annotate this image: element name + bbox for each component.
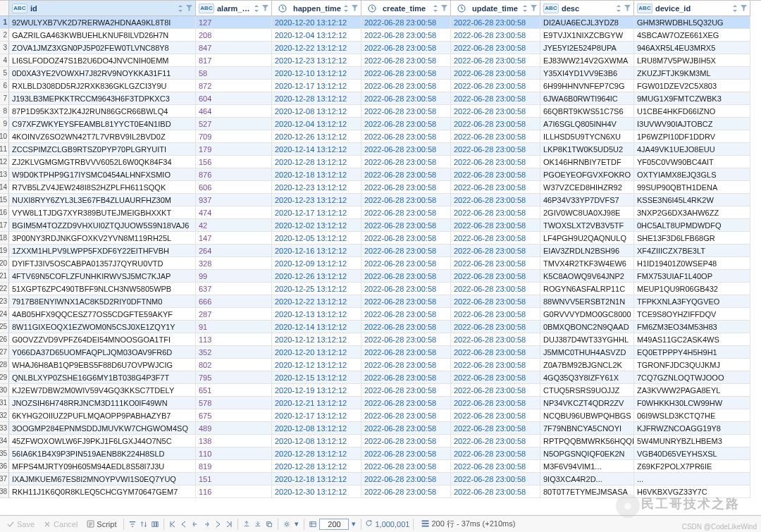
cell-happen_time[interactable]: 2020-12-19 13:12:12: [272, 384, 361, 397]
cell-update_time[interactable]: 2022-06-28 23:00:58: [451, 447, 540, 460]
cell-create_time[interactable]: 2022-06-28 23:00:58: [361, 80, 451, 92]
table-row[interactable]: 192WULYXB7VK2D7RERWA2HDNAA9KL8T8I1272020…: [0, 16, 761, 29]
cell-device_id[interactable]: 7CQ7GZNLOQTWJOOO: [634, 371, 750, 384]
cell-desc[interactable]: 80T0T7ETYMEJMSASA: [540, 485, 634, 498]
cell-happen_time[interactable]: 2020-12-22 13:12:12: [272, 295, 361, 308]
table-row[interactable]: 258W11GIXEOQX1EZWOM0N5CSJ0XE1ZQY1Y912020…: [0, 321, 761, 333]
cell-happen_time[interactable]: 2020-12-13 13:12:12: [272, 308, 361, 321]
column-header-device_id[interactable]: ABCdevice_id: [634, 1, 750, 16]
cell-desc[interactable]: OK146HRNBIY7ETDF: [540, 156, 634, 168]
cell-alarm_type[interactable]: 42: [196, 219, 272, 232]
cell-alarm_type[interactable]: 817: [196, 54, 272, 67]
cell-happen_time[interactable]: 2020-12-26 13:12:12: [272, 130, 361, 143]
cell-happen_time[interactable]: 2020-12-16 13:12:12: [272, 245, 361, 257]
cell-create_time[interactable]: 2022-06-28 23:00:58: [361, 359, 451, 371]
row-number[interactable]: 13: [0, 168, 9, 181]
cell-desc[interactable]: N5OPGSNQIQF0EK2N: [540, 447, 634, 460]
cell-id[interactable]: 51XGPT6ZPC490TBFF9NLCH3NW5805WPB: [9, 283, 196, 295]
row-number[interactable]: 5: [0, 67, 9, 80]
cell-id[interactable]: ZCCSPIMZCLGB9RTSZ0PYP70PLGRYUITI: [9, 143, 196, 156]
cell-id[interactable]: 87P1D95K3XT2JK4J2RUN86GCR66BWLQ4: [9, 105, 196, 118]
cell-happen_time[interactable]: 2020-12-15 13:12:12: [272, 371, 361, 384]
cell-happen_time[interactable]: 2020-12-17 13:12:12: [272, 409, 361, 422]
cell-desc[interactable]: EIAV3ZRDLN2BSH96: [540, 245, 634, 257]
cell-update_time[interactable]: 2022-06-28 23:00:58: [451, 422, 540, 435]
filter-icon[interactable]: [739, 5, 748, 11]
row-number[interactable]: 23: [0, 295, 9, 308]
cell-create_time[interactable]: 2022-06-28 23:00:58: [361, 54, 451, 67]
cell-happen_time[interactable]: 2020-12-26 13:12:12: [272, 270, 361, 283]
cell-desc[interactable]: LF4PGH9U2QAQNULQ: [540, 232, 634, 245]
row-number[interactable]: 14: [0, 181, 9, 194]
table-row[interactable]: 36MFPS4MJRTY09H605M94AEDL8S58I7J3U819202…: [0, 460, 761, 473]
cell-update_time[interactable]: 2022-06-28 23:00:58: [451, 42, 540, 54]
column-header-happen_time[interactable]: happen_time: [272, 1, 361, 16]
column-header-alarm_type[interactable]: ABCalarm_type: [196, 1, 272, 16]
cell-id[interactable]: GAZRILGA463KWBUEHLKNUF8ILVD26H7N: [9, 29, 196, 42]
cell-happen_time[interactable]: 2020-12-21 13:12:12: [272, 397, 361, 409]
cell-desc[interactable]: Y35XI4YD1VV9E3B6: [540, 67, 634, 80]
cell-alarm_type[interactable]: 147: [196, 232, 272, 245]
table-row[interactable]: 183P00NY3RDJNKGFOXKV2YVN8M119RH25L147202…: [0, 232, 761, 245]
cell-happen_time[interactable]: 2020-12-09 13:12:12: [272, 257, 361, 270]
cell-desc[interactable]: TWOXSLXT2VB3V5TF: [540, 219, 634, 232]
cell-create_time[interactable]: 2022-06-28 23:00:58: [361, 346, 451, 359]
cell-id[interactable]: NUXI8RYY6ZYL3L3E67FB4ZLUAURFHZ30M: [9, 194, 196, 206]
table-row[interactable]: 6RXLBLD308DD5RJ2RXK836GKLGZCI3Y9U8722020…: [0, 80, 761, 92]
cell-device_id[interactable]: VGB40D65VEYHSXSL: [634, 447, 750, 460]
cell-device_id[interactable]: 9MUG1X9FMTCZWBK3: [634, 92, 750, 105]
cell-update_time[interactable]: 2022-06-28 23:00:58: [451, 485, 540, 498]
filter-icon[interactable]: [623, 5, 631, 11]
cell-device_id[interactable]: 0HC5ALT8UPMDWDFQ: [634, 219, 750, 232]
cell-desc[interactable]: Z0A7BM92BJGNCL2K: [540, 359, 634, 371]
cell-update_time[interactable]: 2022-06-28 23:00:58: [451, 460, 540, 473]
cell-happen_time[interactable]: 2020-12-12 13:12:12: [272, 333, 361, 346]
cell-alarm_type[interactable]: 637: [196, 283, 272, 295]
cell-device_id[interactable]: 99SUP90QBTH1DENA: [634, 181, 750, 194]
sort-icon[interactable]: [342, 5, 350, 12]
cell-update_time[interactable]: 2022-06-28 23:00:58: [451, 308, 540, 321]
row-number[interactable]: 8: [0, 105, 9, 118]
cell-happen_time[interactable]: 2020-12-23 13:12:12: [272, 54, 361, 67]
table-row[interactable]: 3556IA6K1B4X9P3PIN519AENB8K224H8SLD11020…: [0, 447, 761, 460]
cell-alarm_type[interactable]: 208: [196, 29, 272, 42]
cell-happen_time[interactable]: 2020-12-08 13:12:12: [272, 422, 361, 435]
sort-icon[interactable]: [252, 5, 261, 12]
row-number[interactable]: 4: [0, 54, 9, 67]
cell-alarm_type[interactable]: 666: [196, 295, 272, 308]
cell-alarm_type[interactable]: 91: [196, 321, 272, 333]
cell-alarm_type[interactable]: 606: [196, 181, 272, 194]
cell-alarm_type[interactable]: 819: [196, 460, 272, 473]
cell-desc[interactable]: LKP8K1TW0K5UD5U2: [540, 143, 634, 156]
cell-device_id[interactable]: U1CBE4HKFD66IZNO: [634, 105, 750, 118]
cell-create_time[interactable]: 2022-06-28 23:00:58: [361, 16, 451, 29]
row-number[interactable]: 30: [0, 384, 9, 397]
cell-happen_time[interactable]: 2020-12-25 13:12:12: [272, 283, 361, 295]
filter-icon[interactable]: [185, 5, 193, 11]
cell-update_time[interactable]: 2022-06-28 23:00:58: [451, 295, 540, 308]
cell-device_id[interactable]: FGW01DZEV2C5X803: [634, 80, 750, 92]
cell-device_id[interactable]: ...: [634, 473, 750, 485]
table-row[interactable]: 4LI6SLFODOZ47S1B2U6DO4JNVCNIH0EMM8172020…: [0, 54, 761, 67]
cell-device_id[interactable]: ZA3KVWW2PAGA8EYL: [634, 384, 750, 397]
timing-button[interactable]: ☰ 200 行 - 37ms (+210ms): [417, 519, 519, 529]
script-button[interactable]: Script: [82, 519, 120, 530]
table-row[interactable]: 3ZOVA1JMZ3XGN0PJ5P02FEW0TLVNC88Y88472020…: [0, 42, 761, 54]
cell-id[interactable]: 3P00NY3RDJNKGFOXKV2YVN8M119RH25L: [9, 232, 196, 245]
cell-device_id[interactable]: FMX753UIAF1L40OP: [634, 270, 750, 283]
table-row[interactable]: 7J193LB3MEPKKTRCCM9643H6F3TDPKXC36042020…: [0, 92, 761, 105]
cell-alarm_type[interactable]: 802: [196, 359, 272, 371]
cell-id[interactable]: J193LB3MEPKKTRCCM9643H6F3TDPKXC3: [9, 92, 196, 105]
cell-device_id[interactable]: MEUP1QU9R06GB432: [634, 283, 750, 295]
cell-alarm_type[interactable]: 464: [196, 105, 272, 118]
column-header-create_time[interactable]: create_time: [361, 1, 451, 16]
cell-id[interactable]: 56IA6K1B4X9P3PIN519AENB8K224H8SLD: [9, 447, 196, 460]
cell-happen_time[interactable]: 2020-12-28 13:12:12: [272, 460, 361, 473]
columns-icon[interactable]: [150, 519, 160, 529]
cell-update_time[interactable]: 2022-06-28 23:00:58: [451, 232, 540, 245]
table-row[interactable]: 38RKH11J1K6Q0R8KLEQ5CHCGYM70647GEM711620…: [0, 485, 761, 498]
cell-happen_time[interactable]: 2020-12-14 13:12:12: [272, 321, 361, 333]
cell-update_time[interactable]: 2022-06-28 23:00:58: [451, 54, 540, 67]
cell-update_time[interactable]: 2022-06-28 23:00:58: [451, 80, 540, 92]
cell-device_id[interactable]: TCE9S8OYHZIFFDQV: [634, 308, 750, 321]
